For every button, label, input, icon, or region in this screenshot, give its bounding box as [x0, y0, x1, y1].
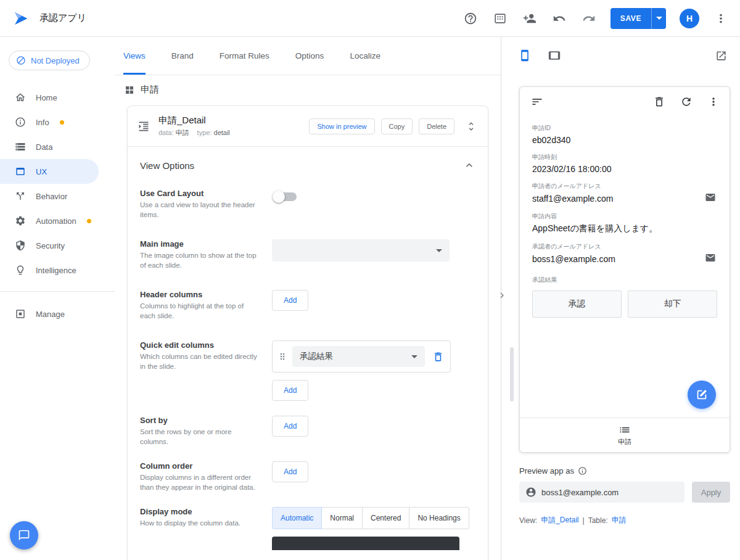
unfold-more-icon[interactable] — [464, 120, 478, 133]
setting-quick-edit-columns: Quick edit columns Which columns can be … — [140, 340, 475, 401]
view-link[interactable]: 申請_Detail — [541, 515, 578, 525]
separator: | — [583, 516, 585, 525]
tab-options[interactable]: Options — [295, 37, 324, 75]
edit-record-fab[interactable] — [688, 381, 716, 409]
field-label: 申請ID — [532, 124, 717, 133]
header-columns-add-button[interactable]: Add — [272, 290, 308, 311]
sidebar-item-label: Info — [36, 118, 49, 127]
quick-edit-add-button[interactable]: Add — [272, 380, 308, 401]
show-in-preview-button[interactable]: Show in preview — [309, 118, 374, 134]
field-request-content: 申請内容 AppSheetの書籍を購入します。 — [532, 212, 717, 234]
preview-email-input[interactable] — [541, 488, 678, 497]
setting-name: Header columns — [140, 290, 261, 299]
view-options-header[interactable]: View Options — [128, 147, 488, 176]
preview-more-icon[interactable] — [706, 94, 721, 109]
field-label: 申請時刻 — [532, 153, 717, 162]
column-order-add-button[interactable]: Add — [272, 461, 308, 482]
use-card-layout-toggle[interactable] — [274, 192, 297, 201]
setting-column-order: Column order Display columns in a differ… — [140, 461, 475, 492]
email-icon[interactable] — [704, 251, 717, 265]
undo-icon[interactable] — [551, 10, 567, 27]
field-approval-result: 承認結果 承認 却下 — [532, 276, 717, 318]
sidebar-item-label: Security — [36, 241, 65, 250]
field-value: AppSheetの書籍を購入します。 — [532, 223, 717, 234]
quick-edit-column-select[interactable]: 承認結果 — [292, 346, 425, 367]
display-mode-normal[interactable]: Normal — [321, 507, 363, 529]
display-mode-no-headings[interactable]: No Headings — [409, 507, 469, 529]
view-card-header: 申請_Detail data: 申請 type: detail Show in … — [128, 106, 488, 146]
help-icon[interactable] — [462, 10, 479, 27]
app-preview-phone: 申請ID eb02d340 申請時刻 2023/02/16 18:00:00 申… — [519, 86, 730, 453]
sort-by-add-button[interactable]: Add — [272, 416, 308, 437]
view-card: 申請_Detail data: 申請 type: detail Show in … — [127, 105, 488, 560]
reject-button[interactable]: 却下 — [628, 290, 717, 318]
app-gallery-icon[interactable] — [492, 10, 508, 27]
sidebar-item-automation[interactable]: Automation — [0, 208, 99, 233]
refresh-icon[interactable] — [679, 94, 694, 109]
sidebar-item-intelligence[interactable]: Intelligence — [0, 258, 99, 282]
appsheet-logo-icon[interactable] — [12, 10, 30, 27]
share-user-icon[interactable] — [522, 10, 538, 27]
tablet-preview-icon[interactable] — [548, 49, 561, 62]
sidebar-item-behavior[interactable]: Behavior — [0, 184, 99, 208]
delete-column-icon[interactable] — [431, 350, 445, 364]
delete-button[interactable]: Delete — [419, 118, 454, 134]
tab-localize[interactable]: Localize — [350, 37, 380, 75]
preview-footer: View: 申請_Detail | Table: 申請 — [519, 515, 731, 525]
bottom-nav-item[interactable]: 申請 — [520, 418, 730, 452]
chevron-down-icon — [411, 355, 417, 358]
setting-name: Column order — [140, 461, 261, 471]
sidebar-item-data[interactable]: Data — [0, 134, 99, 159]
sidebar-item-manage[interactable]: Manage — [0, 302, 99, 326]
sidebar-item-info[interactable]: Info — [0, 110, 99, 134]
view-label: View: — [519, 516, 537, 525]
feedback-chat-fab[interactable] — [10, 521, 38, 550]
sidebar-item-home[interactable]: Home — [0, 85, 99, 110]
type-value: detail — [214, 129, 230, 136]
display-mode-automatic[interactable]: Automatic — [272, 507, 322, 529]
info-icon[interactable] — [578, 466, 587, 476]
sidebar-item-ux[interactable]: UX — [0, 159, 99, 184]
sidebar-item-label: UX — [36, 167, 47, 176]
display-mode-centered[interactable]: Centered — [362, 507, 409, 529]
security-shield-icon — [15, 240, 26, 251]
tab-brand[interactable]: Brand — [171, 37, 194, 75]
table-link[interactable]: 申請 — [612, 515, 627, 525]
list-view-icon — [619, 424, 631, 436]
copy-button[interactable]: Copy — [381, 118, 413, 134]
grid-view-icon — [125, 85, 134, 95]
tab-views[interactable]: Views — [123, 37, 146, 75]
save-dropdown-caret[interactable] — [651, 8, 666, 29]
sidebar-item-security[interactable]: Security — [0, 233, 99, 258]
tab-format-rules[interactable]: Format Rules — [220, 37, 269, 75]
redo-icon[interactable] — [581, 10, 597, 27]
open-in-new-icon[interactable] — [715, 50, 727, 62]
apply-button[interactable]: Apply — [692, 482, 730, 503]
email-icon[interactable] — [704, 191, 717, 204]
drag-handle-icon[interactable] — [276, 350, 289, 363]
data-value: 申請 — [176, 129, 189, 136]
data-icon — [15, 141, 26, 152]
bottom-nav-label: 申請 — [618, 437, 631, 447]
more-vert-icon[interactable] — [713, 10, 729, 27]
approve-button[interactable]: 承認 — [532, 290, 622, 318]
save-split-button: SAVE — [610, 8, 666, 29]
collapse-panel-chevron-icon[interactable] — [496, 290, 508, 301]
sort-menu-icon[interactable] — [530, 94, 545, 109]
scrollbar-thumb[interactable] — [510, 347, 514, 401]
field-request-id: 申請ID eb02d340 — [532, 124, 717, 145]
setting-header-columns: Header columns Columns to highlight at t… — [140, 290, 475, 321]
delete-record-icon[interactable] — [652, 94, 667, 109]
deploy-status-pill[interactable]: Not Deployed — [9, 51, 90, 70]
save-button[interactable]: SAVE — [610, 8, 651, 29]
views-scroll-area: 申請 申請_Detail data: 申請 type: detail — [115, 75, 501, 560]
next-setting-partial — [272, 537, 459, 550]
view-title: 申請_Detail — [158, 115, 236, 126]
user-avatar[interactable]: H — [680, 9, 699, 28]
data-label: data: — [158, 129, 173, 136]
chat-bubble-icon — [18, 529, 30, 541]
phone-preview-icon[interactable] — [519, 49, 531, 62]
view-options-settings: Use Card Layout Use a card view to layou… — [128, 176, 488, 550]
display-mode-segmented: Automatic Normal Centered No Headings — [272, 507, 475, 529]
main-image-select[interactable] — [272, 239, 450, 261]
